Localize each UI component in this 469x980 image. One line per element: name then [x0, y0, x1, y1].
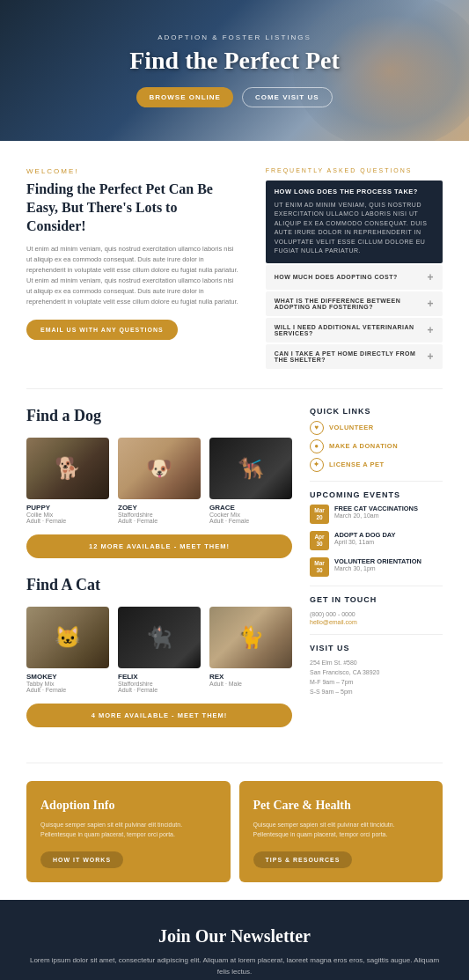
cat-card-2[interactable]: 🐈 REX Adult · Male [209, 607, 292, 693]
email[interactable]: hello@email.com [310, 619, 443, 625]
event-info-1: Adopt A Dog Day April 30, 11am [334, 531, 396, 545]
cat-details-0: Adult · Female [26, 687, 109, 693]
dog-emoji-2: 🐕‍🦺 [209, 438, 292, 499]
cat-name-0: SMOKEY [26, 673, 109, 681]
dog-image-2: 🐕‍🦺 [209, 438, 292, 499]
volunteer-link[interactable]: ♥ Volunteer [310, 421, 443, 435]
quick-links-title: Quick Links [310, 407, 443, 416]
dog-card-0[interactable]: 🐕 PUPPY Collie Mix Adult · Female [26, 438, 109, 524]
faq-item-2[interactable]: What Is The Difference Between Adopting … [266, 291, 443, 316]
dogs-section-title: Find a Dog [26, 407, 292, 425]
dog-breed-1: Staffordshire [118, 512, 201, 518]
event-name-0: Free Cat Vaccinations [334, 505, 418, 512]
welcome-section: Welcome! Finding the Perfect Pet Can Be … [0, 141, 469, 388]
events-title: Upcoming Events [310, 490, 443, 499]
dog-breed-0: Collie Mix [26, 512, 109, 518]
info-cards-section: Adoption Info Quisque semper sapien sit … [0, 763, 469, 900]
faq-question-3: Will I Need Additional Veterinarian Serv… [275, 324, 428, 336]
welcome-text: Ut enim ad minim veniam, quis nostrud ex… [26, 244, 239, 307]
how-it-works-button[interactable]: How It Works [40, 851, 123, 868]
circle-icon: ● [310, 439, 324, 453]
dog-name-2: GRACE [209, 504, 292, 512]
cat-card-1[interactable]: 🐈‍⬛ FELIX Staffordshire Adult · Female [118, 607, 201, 693]
sidebar-divider-2 [310, 586, 443, 586]
dog-details-0: Adult · Female [26, 518, 109, 524]
more-cats-button[interactable]: 4 More Available - Meet Them! [26, 704, 292, 727]
phone: (800) 000 - 0000 [310, 609, 443, 619]
newsletter-section: Join Our Newsletter Lorem ipsum dolor si… [0, 900, 469, 980]
hero-title: Find the Perfect Pet [129, 47, 340, 75]
event-date-text-2: March 30, 1pm [334, 565, 421, 571]
adoption-info-card: Adoption Info Quisque semper sapien sit … [26, 781, 231, 882]
cat-card-0[interactable]: 🐱 SMOKEY Tabby Mix Adult · Female [26, 607, 109, 693]
welcome-label: Welcome! [26, 167, 239, 175]
faq-item-open[interactable]: How Long Does The Process Take? Ut enim … [266, 181, 443, 263]
dog-emoji-0: 🐕 [26, 438, 109, 499]
pet-care-text: Quisque semper sapien sit elit pulvinar … [253, 820, 429, 839]
pet-care-card: Pet Care & Health Quisque semper sapien … [239, 781, 443, 882]
event-0: Mar20 Free Cat Vaccinations March 20, 10… [310, 505, 443, 524]
event-name-1: Adopt A Dog Day [334, 531, 396, 539]
come-visit-button[interactable]: Come Visit Us [242, 87, 333, 107]
donation-link[interactable]: ● Make A Donation [310, 439, 443, 453]
faq-item-1[interactable]: How Much Does Adopting Cost? + [266, 265, 443, 290]
event-info-2: Volunteer Orientation March 30, 1pm [334, 557, 421, 571]
pets-layout: Find a Dog 🐕 PUPPY Collie Mix Adult · Fe… [26, 407, 443, 745]
faq-section: Frequently Asked Questions How Long Does… [266, 167, 443, 371]
faq-question-2: What Is The Difference Between Adopting … [275, 298, 428, 310]
pets-section: Find a Dog 🐕 PUPPY Collie Mix Adult · Fe… [0, 389, 469, 763]
faq-answer-0: Ut enim ad minim veniam, quis nostrud ex… [275, 201, 434, 256]
event-date-2: Mar30 [310, 557, 329, 577]
dog-details-2: Adult · Female [209, 518, 292, 524]
event-info-0: Free Cat Vaccinations March 20, 10am [334, 505, 418, 519]
visit-title: Visit Us [310, 644, 443, 652]
welcome-title: Finding the Perfect Pet Can Be Easy, But… [26, 181, 239, 235]
event-1: Apr30 Adopt A Dog Day April 30, 11am [310, 531, 443, 550]
hero-buttons: Browse Online Come Visit Us [136, 87, 332, 107]
cat-emoji-2: 🐈 [209, 607, 292, 668]
adoption-info-title: Adoption Info [40, 799, 216, 813]
cats-grid: 🐱 SMOKEY Tabby Mix Adult · Female 🐈‍⬛ FE… [26, 607, 292, 693]
hero-section: Adoption & Foster Listings Find the Perf… [0, 0, 469, 141]
tips-resources-button[interactable]: Tips & Resources [253, 851, 353, 868]
faq-expand-icon-2: + [427, 298, 434, 310]
dog-image-1: 🐶 [118, 438, 201, 499]
event-name-2: Volunteer Orientation [334, 557, 421, 565]
faq-item-4[interactable]: Can I Take A Pet Home Directly From The … [266, 344, 443, 369]
heart-icon: ♥ [310, 421, 324, 435]
dog-breed-2: Cocker Mix [209, 512, 292, 518]
faq-label: Frequently Asked Questions [266, 167, 443, 173]
hero-subtitle: Adoption & Foster Listings [158, 33, 311, 41]
dog-name-1: ZOEY [118, 504, 201, 512]
address: 254 Elm St. #580San Francisco, CA 38920M… [310, 658, 443, 697]
event-date-0: Mar20 [310, 505, 329, 524]
license-link[interactable]: ✦ License A Pet [310, 458, 443, 472]
pet-care-title: Pet Care & Health [253, 799, 429, 813]
cats-section-title: Find A Cat [26, 576, 292, 594]
event-date-text-1: April 30, 11am [334, 539, 396, 545]
dog-emoji-1: 🐶 [118, 438, 201, 499]
cat-details-1: Adult · Female [118, 687, 201, 693]
pets-main: Find a Dog 🐕 PUPPY Collie Mix Adult · Fe… [26, 407, 292, 745]
newsletter-text: Lorem ipsum dolor sit amet, consectetur … [26, 955, 443, 978]
cat-breed-1: Staffordshire [118, 681, 201, 687]
cat-breed-0: Tabby Mix [26, 681, 109, 687]
dog-card-2[interactable]: 🐕‍🦺 GRACE Cocker Mix Adult · Female [209, 438, 292, 524]
cat-image-2: 🐈 [209, 607, 292, 668]
event-date-1: Apr30 [310, 531, 329, 550]
email-button[interactable]: Email Us With Any Questions [26, 320, 178, 340]
dog-card-1[interactable]: 🐶 ZOEY Staffordshire Adult · Female [118, 438, 201, 524]
newsletter-title: Join Our Newsletter [26, 926, 443, 947]
more-dogs-button[interactable]: 12 More Available - Meet Them! [26, 534, 292, 558]
faq-item-3[interactable]: Will I Need Additional Veterinarian Serv… [266, 318, 443, 343]
welcome-left: Welcome! Finding the Perfect Pet Can Be … [26, 167, 239, 371]
browse-online-button[interactable]: Browse Online [136, 87, 232, 107]
cat-name-2: REX [209, 673, 292, 681]
cat-image-0: 🐱 [26, 607, 109, 668]
dog-details-1: Adult · Female [118, 518, 201, 524]
faq-question-0: How Long Does The Process Take? [275, 188, 434, 197]
event-2: Mar30 Volunteer Orientation March 30, 1p… [310, 557, 443, 577]
sidebar-divider-3 [310, 634, 443, 635]
star-icon: ✦ [310, 458, 324, 472]
faq-expand-icon-4: + [427, 350, 434, 363]
